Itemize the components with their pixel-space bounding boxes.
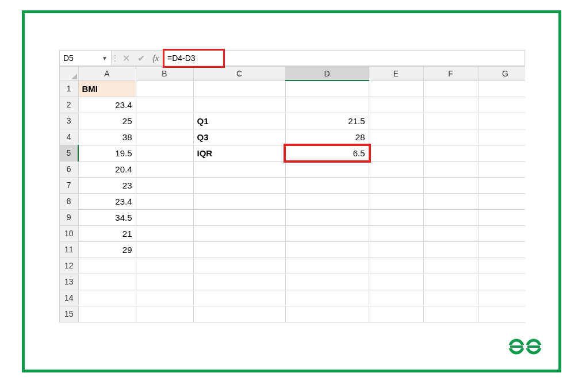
cell-E8[interactable]	[369, 193, 423, 209]
row-header-6[interactable]: 6	[60, 161, 78, 177]
cell-D7[interactable]	[285, 177, 369, 193]
col-header-G[interactable]: G	[478, 67, 525, 80]
cell-C7[interactable]	[193, 177, 285, 193]
cell-A11[interactable]: 29	[78, 241, 136, 258]
cell-G5[interactable]	[478, 145, 525, 161]
cell-E9[interactable]	[369, 209, 423, 225]
row-header-8[interactable]: 8	[60, 193, 78, 209]
cell-F2[interactable]	[423, 97, 478, 113]
cell-B9[interactable]	[136, 209, 193, 225]
cell-C2[interactable]	[193, 97, 285, 113]
cell-B2[interactable]	[136, 97, 193, 113]
cell-A3[interactable]: 25	[78, 113, 136, 129]
cell-B13[interactable]	[136, 274, 193, 290]
enter-button[interactable]: ✔	[133, 51, 148, 66]
cell-C15[interactable]	[193, 306, 285, 322]
cell-G12[interactable]	[478, 258, 525, 274]
row-header-13[interactable]: 13	[60, 274, 78, 290]
cell-F6[interactable]	[423, 161, 478, 177]
row-header-11[interactable]: 11	[60, 241, 78, 258]
cancel-button[interactable]: ✕	[118, 51, 133, 66]
cell-C9[interactable]	[193, 209, 285, 225]
cell-F7[interactable]	[423, 177, 478, 193]
cell-F1[interactable]	[423, 80, 478, 97]
cell-A8[interactable]: 23.4	[78, 193, 136, 209]
cell-E7[interactable]	[369, 177, 423, 193]
cell-E4[interactable]	[369, 129, 423, 145]
cell-E12[interactable]	[369, 258, 423, 274]
cell-G8[interactable]	[478, 193, 525, 209]
cell-F8[interactable]	[423, 193, 478, 209]
cell-F14[interactable]	[423, 290, 478, 306]
row-header-3[interactable]: 3	[60, 113, 78, 129]
cell-G3[interactable]	[478, 113, 525, 129]
cell-E15[interactable]	[369, 306, 423, 322]
row-header-14[interactable]: 14	[60, 290, 78, 306]
cell-E14[interactable]	[369, 290, 423, 306]
cell-E3[interactable]	[369, 113, 423, 129]
cell-A6[interactable]: 20.4	[78, 161, 136, 177]
cell-E5[interactable]	[369, 145, 423, 161]
row-header-4[interactable]: 4	[60, 129, 78, 145]
cell-C4[interactable]: Q3	[193, 129, 285, 145]
row-header-1[interactable]: 1	[60, 80, 78, 97]
cell-E2[interactable]	[369, 97, 423, 113]
row-header-12[interactable]: 12	[60, 258, 78, 274]
cell-D9[interactable]	[285, 209, 369, 225]
cell-D14[interactable]	[285, 290, 369, 306]
cell-E6[interactable]	[369, 161, 423, 177]
cell-B1[interactable]	[136, 80, 193, 97]
cell-B5[interactable]	[136, 145, 193, 161]
cell-C6[interactable]	[193, 161, 285, 177]
cell-F5[interactable]	[423, 145, 478, 161]
row-header-10[interactable]: 10	[60, 225, 78, 241]
cell-G10[interactable]	[478, 225, 525, 241]
cell-D11[interactable]	[285, 241, 369, 258]
cell-B6[interactable]	[136, 161, 193, 177]
name-box[interactable]: D5 ▼	[60, 51, 112, 66]
cell-E10[interactable]	[369, 225, 423, 241]
cell-C5[interactable]: IQR	[193, 145, 285, 161]
col-header-B[interactable]: B	[136, 67, 193, 80]
cell-C1[interactable]	[193, 80, 285, 97]
cell-B8[interactable]	[136, 193, 193, 209]
cell-F10[interactable]	[423, 225, 478, 241]
cell-G13[interactable]	[478, 274, 525, 290]
select-all-corner[interactable]	[60, 67, 78, 80]
cell-C8[interactable]	[193, 193, 285, 209]
cell-C13[interactable]	[193, 274, 285, 290]
spreadsheet-grid[interactable]: A B C D E F G 1 BMI	[59, 66, 525, 322]
col-header-F[interactable]: F	[423, 67, 478, 80]
cell-G9[interactable]	[478, 209, 525, 225]
cell-A4[interactable]: 38	[78, 129, 136, 145]
cell-A13[interactable]	[78, 274, 136, 290]
cell-C14[interactable]	[193, 290, 285, 306]
col-header-A[interactable]: A	[78, 67, 136, 80]
cell-A10[interactable]: 21	[78, 225, 136, 241]
cell-B12[interactable]	[136, 258, 193, 274]
cell-B10[interactable]	[136, 225, 193, 241]
cell-D2[interactable]	[285, 97, 369, 113]
name-box-dropdown-icon[interactable]: ▼	[102, 55, 108, 62]
cell-F4[interactable]	[423, 129, 478, 145]
cell-F13[interactable]	[423, 274, 478, 290]
cell-F15[interactable]	[423, 306, 478, 322]
cell-D6[interactable]	[285, 161, 369, 177]
cell-B3[interactable]	[136, 113, 193, 129]
cell-E13[interactable]	[369, 274, 423, 290]
fx-icon[interactable]: fx	[148, 51, 163, 66]
cell-G2[interactable]	[478, 97, 525, 113]
cell-A9[interactable]: 34.5	[78, 209, 136, 225]
cell-C10[interactable]	[193, 225, 285, 241]
cell-D4[interactable]: 28	[285, 129, 369, 145]
cell-D12[interactable]	[285, 258, 369, 274]
cell-B11[interactable]	[136, 241, 193, 258]
cell-D15[interactable]	[285, 306, 369, 322]
cell-D5[interactable]: 6.5	[285, 145, 369, 161]
cell-F3[interactable]	[423, 113, 478, 129]
row-header-5[interactable]: 5	[60, 145, 78, 161]
cell-A15[interactable]	[78, 306, 136, 322]
cell-B14[interactable]	[136, 290, 193, 306]
cell-F9[interactable]	[423, 209, 478, 225]
cell-B15[interactable]	[136, 306, 193, 322]
